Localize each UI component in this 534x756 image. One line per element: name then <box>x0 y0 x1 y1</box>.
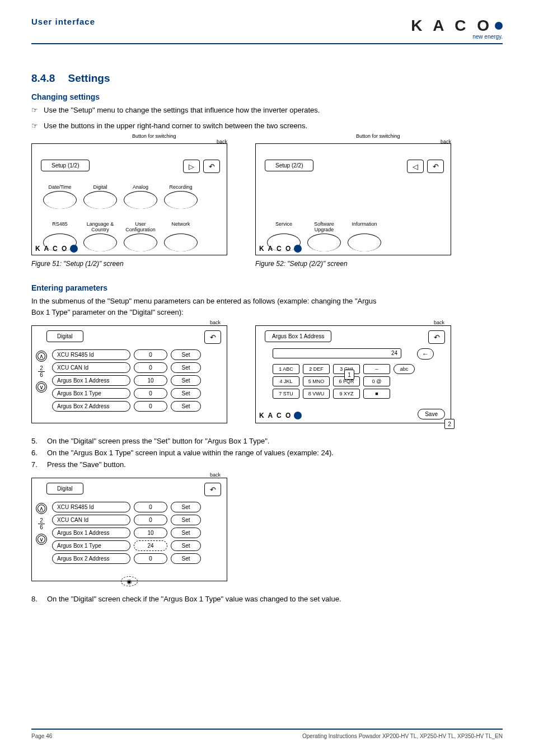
set-button[interactable]: Set <box>171 401 201 412</box>
param-name: XCU RS485 Id <box>52 502 130 512</box>
keypad-key[interactable]: – <box>363 364 390 374</box>
doc-title: Operating Instructions Powador XP200-HV … <box>302 733 503 739</box>
set-button[interactable]: Set <box>171 540 201 551</box>
set-button[interactable]: Set <box>171 349 201 360</box>
param-value: 0 <box>134 515 167 525</box>
logo-swirl-icon <box>70 245 78 253</box>
menu-analog[interactable] <box>124 191 157 209</box>
keypad-key[interactable]: 2 DEF <box>303 364 330 374</box>
param-value: 24 <box>134 540 167 551</box>
panel-title: Setup (2/2) <box>265 160 313 171</box>
set-button[interactable]: Set <box>171 528 201 538</box>
param-value: 0 <box>134 553 167 564</box>
keypad-key[interactable]: 7 STU <box>273 389 299 399</box>
step-7-text: Press the "Save" button. <box>47 460 126 469</box>
hand-icon: ☞ <box>31 122 38 130</box>
keypad-key[interactable]: 4 JKL <box>273 376 299 386</box>
label-digital: Digital <box>83 184 117 190</box>
param-name: Argus Box 2 Address <box>52 401 130 412</box>
set-button[interactable]: Set <box>171 375 201 386</box>
up-icon[interactable]: ∧ <box>36 351 47 362</box>
down-icon[interactable]: ∨ <box>36 534 47 545</box>
heading-text: Settings <box>68 72 110 84</box>
page-footer: Page 46 Operating Instructions Powador X… <box>31 729 503 739</box>
param-row: XCU CAN Id0Set <box>52 515 222 525</box>
param-name: XCU RS485 Id <box>52 349 130 360</box>
menu-language[interactable] <box>83 234 117 251</box>
step-5: 5.On the "Digital" screen press the "Set… <box>31 437 503 445</box>
set-button[interactable]: Set <box>171 553 201 564</box>
param-row: XCU RS485 Id0Set <box>52 349 222 360</box>
figure-51-caption: Figure 51: "Setup (1/2)" screen <box>31 260 227 268</box>
section-title: User interface <box>31 17 95 26</box>
param-row: XCU CAN Id0Set <box>52 362 222 373</box>
label-recording: Recording <box>164 184 198 190</box>
figure-52-caption: Figure 52: "Setup (2/2)" screen <box>255 260 451 268</box>
menu-digital[interactable] <box>83 191 117 209</box>
param-row: Argus Box 1 Address10Set <box>52 375 222 386</box>
set-button[interactable]: Set <box>171 502 201 512</box>
save-button[interactable]: Save <box>418 409 445 419</box>
keypad-key[interactable]: ■ <box>363 389 390 399</box>
logo-swirl-icon <box>294 245 302 253</box>
switch-label: Button for switching <box>356 133 400 139</box>
set-button[interactable]: Set <box>171 362 201 373</box>
label-userconfig: User Configuration <box>124 221 157 232</box>
label-service: Service <box>267 221 301 232</box>
prev-page-button[interactable]: ◁ <box>407 160 424 173</box>
keypad-panel: Argus Box 1 Address ↶ 24 ← 1 ABC2 DEF3 G… <box>255 325 451 423</box>
menu-network[interactable] <box>164 234 198 251</box>
param-value: 0 <box>134 502 167 512</box>
back-button[interactable]: ↶ <box>204 483 221 496</box>
param-value: 0 <box>134 362 167 373</box>
digital-title: Digital <box>46 483 83 494</box>
keypad-key[interactable]: abc <box>394 364 415 374</box>
keypad-key[interactable]: 8 VWU <box>303 389 330 399</box>
eye-icon: ◉ <box>121 576 138 586</box>
label-rs485: RS485 <box>43 221 77 232</box>
scroll-indicator: ∧ 26 ∨ <box>34 351 49 393</box>
back-button[interactable]: ↶ <box>428 330 445 344</box>
backspace-button[interactable]: ← <box>417 348 434 360</box>
label-software: Software Upgrade <box>307 221 341 232</box>
param-name: Argus Box 1 Address <box>52 375 130 386</box>
up-icon[interactable]: ∧ <box>36 503 47 514</box>
back-button[interactable]: ↶ <box>204 330 221 344</box>
keypad-key[interactable]: 1 ABC <box>273 364 299 374</box>
keypad-key[interactable]: 9 XYZ <box>333 389 360 399</box>
label-language: Language & Country <box>83 221 117 232</box>
param-name: Argus Box 2 Address <box>52 553 130 564</box>
next-page-button[interactable]: ▷ <box>183 160 200 173</box>
page-current: 2 <box>38 517 45 524</box>
set-button[interactable]: Set <box>171 515 201 525</box>
menu-datetime[interactable] <box>43 191 77 209</box>
param-name: Argus Box 1 Type <box>52 388 130 399</box>
step-6-text: On the "Argus Box 1 Type" screen input a… <box>47 449 334 457</box>
callout-1: 1 <box>344 370 354 380</box>
bullet-2: ☞ Use the buttons in the upper right-han… <box>31 120 503 135</box>
menu-software[interactable] <box>307 234 341 251</box>
menu-information[interactable] <box>348 234 381 251</box>
page-number: Page 46 <box>31 733 52 739</box>
back-button[interactable]: ↶ <box>427 160 444 173</box>
back-label: back <box>434 320 444 325</box>
label-information: Information <box>348 221 381 232</box>
header-rule <box>31 43 503 44</box>
param-name: Argus Box 1 Type <box>52 540 130 551</box>
param-name: Argus Box 1 Address <box>52 528 130 538</box>
param-value: 0 <box>134 388 167 399</box>
menu-userconfig[interactable] <box>124 234 157 251</box>
page-current: 2 <box>38 365 45 372</box>
down-icon[interactable]: ∨ <box>36 381 47 393</box>
keypad-display: 24 <box>273 348 401 358</box>
set-button[interactable]: Set <box>171 388 201 399</box>
back-button[interactable]: ↶ <box>203 160 220 173</box>
panel-logo: K A C O <box>35 245 78 253</box>
param-row: Argus Box 1 Type0Set <box>52 388 222 399</box>
keypad-key[interactable]: 0 @ <box>363 376 390 386</box>
logo-swirl-icon <box>294 412 302 419</box>
param-value: 10 <box>134 375 167 386</box>
menu-recording[interactable] <box>164 191 198 209</box>
keypad-key[interactable]: 5 MNO <box>303 376 330 386</box>
label-network: Network <box>164 221 198 232</box>
